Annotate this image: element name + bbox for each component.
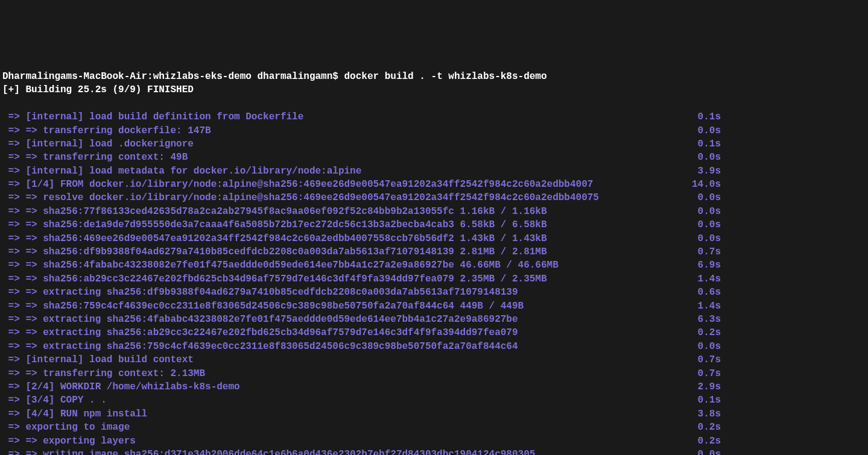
build-step-line: => [internal] load metadata for docker.i… — [2, 165, 866, 178]
build-step-text: => => sha256:4fababc43238082e7fe01f475ae… — [2, 259, 559, 272]
build-step-text: => => sha256:df9b9388f04ad6279a7410b85ce… — [2, 245, 547, 259]
build-step-duration: 0.0s — [698, 191, 866, 204]
build-step-line: => [internal] load build definition from… — [2, 110, 866, 124]
build-step-text: => exporting to image — [2, 421, 130, 434]
build-step-duration: 0.7s — [698, 245, 866, 259]
build-step-duration: 3.8s — [698, 407, 866, 421]
build-step-text: => [internal] load build definition from… — [2, 110, 303, 124]
build-step-text: => [4/4] RUN npm install — [2, 407, 147, 421]
build-step-duration: 0.1s — [698, 137, 866, 151]
build-step-text: => => extracting sha256:759c4cf4639ec0cc… — [2, 340, 518, 353]
build-step-duration: 0.2s — [698, 421, 866, 434]
build-step-line: => => extracting sha256:759c4cf4639ec0cc… — [2, 340, 866, 353]
build-step-line: => => transferring dockerfile: 147B0.0s — [2, 124, 866, 137]
build-step-line: => exporting to image0.2s — [2, 421, 866, 434]
build-step-duration: 14.0s — [692, 178, 866, 191]
build-step-duration: 1.4s — [698, 272, 866, 286]
build-step-text: => => sha256:77f86133ced42635d78a2ca2ab2… — [2, 205, 547, 218]
build-step-duration: 2.9s — [698, 380, 866, 394]
build-step-duration: 0.1s — [698, 394, 866, 407]
build-step-line: => => transferring context: 49B0.0s — [2, 151, 866, 164]
build-step-text: => [3/4] COPY . . — [2, 394, 107, 407]
build-step-text: => => resolve docker.io/library/node:alp… — [2, 191, 599, 204]
build-step-text: => => extracting sha256:4fababc43238082e… — [2, 313, 518, 326]
build-step-line: => => resolve docker.io/library/node:alp… — [2, 191, 866, 204]
build-step-text: => => sha256:759c4cf4639ec0cc2311e8f8306… — [2, 300, 524, 313]
build-step-line: => => extracting sha256:ab29cc3c22467e20… — [2, 326, 866, 339]
build-step-line: => => sha256:469ee26d9e00547ea91202a34ff… — [2, 232, 866, 245]
build-step-line: => => extracting sha256:4fababc43238082e… — [2, 313, 866, 326]
build-step-line: => => exporting layers0.2s — [2, 435, 866, 448]
build-step-duration: 1.4s — [698, 300, 866, 313]
build-step-duration: 0.0s — [698, 218, 866, 231]
build-step-duration: 0.0s — [698, 448, 866, 455]
build-step-line: => [4/4] RUN npm install3.8s — [2, 407, 866, 421]
terminal-output[interactable]: Dharmalingams-MacBook-Air:whizlabs-eks-d… — [2, 57, 866, 455]
build-step-text: => => writing image sha256:d371e34b2006d… — [2, 448, 535, 455]
build-step-text: => [2/4] WORKDIR /home/whizlabs-k8s-demo — [2, 380, 240, 394]
build-step-text: => => transferring dockerfile: 147B — [2, 124, 211, 137]
build-step-duration: 0.6s — [698, 286, 866, 299]
build-step-text: => => exporting layers — [2, 435, 136, 448]
build-step-duration: 3.9s — [698, 165, 866, 178]
build-step-text: => => sha256:ab29cc3c22467e202fbd625cb34… — [2, 272, 547, 286]
docker-build-command: docker build . -t whizlabs-k8s-demo — [344, 71, 547, 82]
build-step-duration: 0.1s — [698, 110, 866, 124]
build-step-text: => [internal] load .dockerignore — [2, 137, 194, 151]
build-step-line: => => extracting sha256:df9b9388f04ad627… — [2, 286, 866, 299]
build-step-text: => [internal] load metadata for docker.i… — [2, 165, 361, 178]
build-step-line: => => transferring context: 2.13MB0.7s — [2, 367, 866, 380]
build-step-line: => => sha256:77f86133ced42635d78a2ca2ab2… — [2, 205, 866, 218]
build-step-duration: 0.0s — [698, 205, 866, 218]
build-step-line: => [internal] load build context0.7s — [2, 353, 866, 366]
build-step-line: => => sha256:de1a9de7d955550de3a7caaa4f6… — [2, 218, 866, 231]
shell-prompt: Dharmalingams-MacBook-Air:whizlabs-eks-d… — [2, 71, 344, 82]
build-step-duration: 0.2s — [698, 435, 866, 448]
build-step-duration: 0.7s — [698, 353, 866, 366]
build-step-duration: 6.9s — [698, 259, 866, 272]
build-step-duration: 0.2s — [698, 326, 866, 339]
build-step-text: => => sha256:469ee26d9e00547ea91202a34ff… — [2, 232, 547, 245]
build-step-duration: 0.7s — [698, 367, 866, 380]
build-step-text: => => extracting sha256:df9b9388f04ad627… — [2, 286, 518, 299]
build-step-duration: 0.0s — [698, 340, 866, 353]
build-step-line: => => sha256:759c4cf4639ec0cc2311e8f8306… — [2, 300, 866, 313]
build-step-line: => [2/4] WORKDIR /home/whizlabs-k8s-demo… — [2, 380, 866, 394]
build-step-text: => => sha256:de1a9de7d955550de3a7caaa4f6… — [2, 218, 547, 231]
build-step-line: => => sha256:4fababc43238082e7fe01f475ae… — [2, 259, 866, 272]
build-step-line: => [1/4] FROM docker.io/library/node:alp… — [2, 178, 866, 191]
build-step-line: => => writing image sha256:d371e34b2006d… — [2, 448, 866, 455]
build-step-text: => => extracting sha256:ab29cc3c22467e20… — [2, 326, 518, 339]
build-step-text: => [1/4] FROM docker.io/library/node:alp… — [2, 178, 593, 191]
build-step-text: => => transferring context: 49B — [2, 151, 188, 164]
build-step-line: => => sha256:df9b9388f04ad6279a7410b85ce… — [2, 245, 866, 259]
build-step-line: => => sha256:ab29cc3c22467e202fbd625cb34… — [2, 272, 866, 286]
build-step-text: => => transferring context: 2.13MB — [2, 367, 205, 380]
build-step-duration: 6.3s — [698, 313, 866, 326]
build-step-line: => [3/4] COPY . .0.1s — [2, 394, 866, 407]
build-step-duration: 0.0s — [698, 151, 866, 164]
build-status: [+] Building 25.2s (9/9) FINISHED — [2, 83, 866, 96]
build-step-duration: 0.0s — [698, 124, 866, 137]
build-step-line: => [internal] load .dockerignore0.1s — [2, 137, 866, 151]
build-step-duration: 0.0s — [698, 232, 866, 245]
build-step-text: => [internal] load build context — [2, 353, 194, 366]
